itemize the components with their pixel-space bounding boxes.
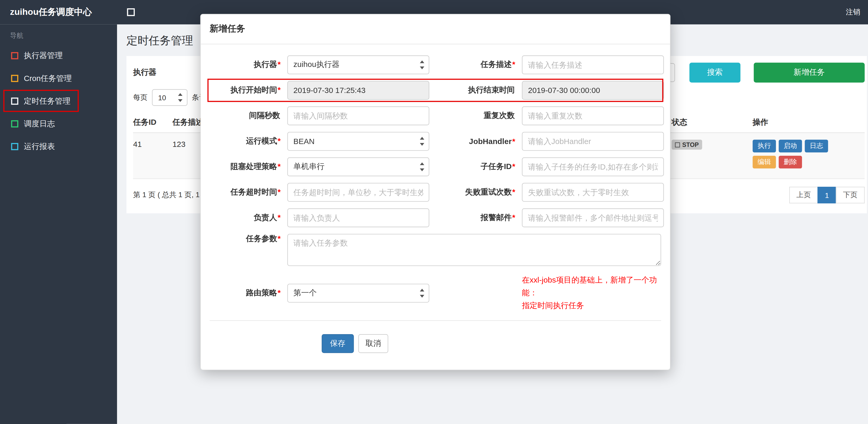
add-task-button[interactable]: 新增任务 [754,63,865,83]
route-strategy-select-value: 第一个 [293,288,317,298]
block-strategy-select-value: 单机串行 [293,162,324,172]
form-row-run-mode: 运行模式* BEAN JobHandler* [210,132,661,151]
field-alarm-email: 报警邮件* [435,208,661,227]
status-badge-label: STOP [682,141,699,148]
sidebar-item-cron-task-management[interactable]: Cron任务管理 [0,67,117,90]
repeat-count-label: 重复次数 [435,111,522,121]
square-icon [11,75,19,82]
executor-label: 执行器* [210,60,287,70]
select-arrows-icon [418,162,425,172]
save-button[interactable]: 保存 [322,334,354,353]
sidebar-item-label: 调度日志 [24,119,55,129]
add-task-modal: 新增任务 执行器* zuihou执行器 任务描述* [200,14,671,370]
start-time-label: 执行开始时间* [210,86,287,95]
route-strategy-label: 路由策略* [210,288,287,298]
search-button[interactable]: 搜索 [689,63,741,83]
feature-note-line1: 在xxl-jobs项目的基础上，新增了一个功能： [522,274,666,299]
status-badge: STOP [672,140,702,150]
interval-seconds-label: 间隔秒数 [210,111,287,121]
fail-retry-count-input[interactable] [522,183,664,202]
log-button[interactable]: 日志 [805,140,828,152]
select-arrows-icon [418,136,425,146]
sidebar-collapse-icon[interactable] [127,8,135,16]
task-params-label: 任务参数* [210,234,287,266]
field-owner: 负责人* [210,208,435,227]
run-button[interactable]: 执行 [752,140,776,152]
task-params-textarea[interactable] [287,234,661,266]
interval-seconds-input[interactable] [287,106,429,125]
jobhandler-label: JobHandler* [435,137,522,146]
page-1-button[interactable]: 1 [817,187,836,203]
square-icon [11,120,19,128]
sidebar-item-label: Cron任务管理 [24,73,72,83]
sidebar-item-run-report[interactable]: 运行报表 [0,135,117,158]
field-jobhandler: JobHandler* [435,132,661,151]
block-strategy-select[interactable]: 单机串行 [287,157,429,176]
modal-title: 新增任务 [210,24,245,33]
end-time-input[interactable] [522,81,664,100]
field-task-desc: 任务描述* [435,56,661,74]
feature-note-line2: 指定时间执行任务 [522,299,666,312]
executor-select[interactable]: zuihou执行器 [287,56,429,74]
run-mode-select[interactable]: BEAN [287,132,429,151]
prev-page-button[interactable]: 上页 [789,187,818,203]
form-row-block-strategy: 阻塞处理策略* 单机串行 子任务ID* [210,157,661,176]
child-task-id-label: 子任务ID* [435,162,522,172]
form-row-exec-time: 执行开始时间* 执行结束时间 [210,81,661,100]
form-row-route-strategy: 路由策略* 第一个 在xxl-jobs项目的基础上，新增了一个功能： 指定时间执… [210,274,661,312]
select-arrows-icon [418,60,425,70]
alarm-email-label: 报警邮件* [435,213,522,223]
block-strategy-label: 阻塞处理策略* [210,162,287,172]
form-row-owner: 负责人* 报警邮件* [210,208,661,227]
action-line-2: 编辑 删除 [752,156,861,168]
next-page-button[interactable]: 下页 [836,187,865,203]
per-page-select[interactable]: 10 [152,89,187,106]
pagination-info: 第 1 页 ( 总共 1 页, 1 [133,190,200,200]
run-mode-select-value: BEAN [293,137,315,146]
header-actions: 操作 [752,112,865,133]
jobhandler-input[interactable] [522,132,664,151]
cancel-button[interactable]: 取消 [359,334,389,353]
form-row-task-params: 任务参数* [210,234,661,266]
square-icon [11,143,19,150]
field-executor: 执行器* zuihou执行器 [210,56,435,74]
field-child-task-id: 子任务ID* [435,157,661,176]
task-desc-input[interactable] [522,56,664,74]
route-strategy-select[interactable]: 第一个 [287,284,429,302]
sidebar: 导航 执行器管理 Cron任务管理 定时任务管理 调度日志 运行报表 [0,25,117,424]
repeat-count-input[interactable] [522,106,664,125]
select-arrows-icon [418,288,425,298]
per-page-value: 10 [158,94,166,102]
end-time-label: 执行结束时间 [435,86,522,95]
field-task-timeout: 任务超时时间* [210,183,435,202]
task-desc-label: 任务描述* [435,60,522,70]
field-block-strategy: 阻塞处理策略* 单机串行 [210,157,435,176]
executor-select-value: zuihou执行器 [293,60,340,70]
header-task-id: 任务ID [133,112,173,133]
alarm-email-input[interactable] [522,208,664,227]
form-row-timeout: 任务超时时间* 失败重试次数* [210,183,661,202]
header-status: 状态 [672,112,753,133]
owner-input[interactable] [287,208,429,227]
owner-label: 负责人* [210,213,287,223]
field-repeat-count: 重复次数 [435,106,661,125]
logout-link[interactable]: 注销 [846,7,868,17]
nav-section-label: 导航 [0,25,117,44]
sidebar-item-scheduled-task-management[interactable]: 定时任务管理 [0,90,117,112]
field-run-mode: 运行模式* BEAN [210,132,435,151]
modal-footer: 保存 取消 [201,323,670,370]
filter-executor-label: 执行器 [133,68,156,77]
child-task-id-input[interactable] [522,157,664,176]
start-time-input[interactable] [287,81,429,100]
cell-status: STOP [672,133,753,156]
delete-button[interactable]: 删除 [779,156,802,168]
start-button[interactable]: 启动 [779,140,802,152]
field-note: 在xxl-jobs项目的基础上，新增了一个功能： 指定时间执行任务 [435,274,661,312]
edit-button[interactable]: 编辑 [752,156,776,168]
task-timeout-input[interactable] [287,183,429,202]
sidebar-item-executor-management[interactable]: 执行器管理 [0,44,117,67]
field-interval-seconds: 间隔秒数 [210,106,435,125]
feature-note: 在xxl-jobs项目的基础上，新增了一个功能： 指定时间执行任务 [522,274,666,312]
sidebar-item-label: 定时任务管理 [24,96,70,106]
sidebar-item-dispatch-log[interactable]: 调度日志 [0,112,117,135]
